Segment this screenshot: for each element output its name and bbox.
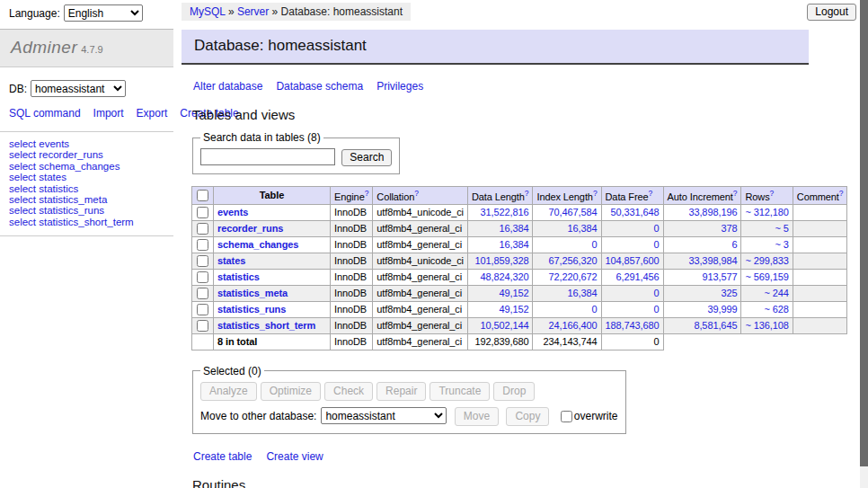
row-checkbox[interactable] <box>197 207 208 218</box>
cell-rows: ~ 3 <box>741 236 793 253</box>
help-icon[interactable]: ? <box>770 189 775 198</box>
cell-index_length: 72,220,672 <box>533 269 601 285</box>
app-name: Adminer <box>11 38 77 57</box>
search-input[interactable] <box>200 148 335 165</box>
search-button[interactable]: Search <box>341 149 392 166</box>
help-icon[interactable]: ? <box>593 189 598 198</box>
sidebar-link-select-statistics-meta[interactable]: select statistics_meta <box>9 194 166 205</box>
row-checkbox[interactable] <box>197 288 208 299</box>
db-select[interactable]: homeassistant <box>31 80 126 97</box>
table-link-statistics[interactable]: statistics <box>217 271 260 282</box>
language-label: Language: <box>9 7 60 20</box>
scrollbar-thumb[interactable] <box>860 0 868 466</box>
sidebar-link-select-states[interactable]: select states <box>9 172 166 182</box>
sidebar-table-links: select eventsselect recorder_runsselect … <box>0 132 173 236</box>
table-link-states[interactable]: states <box>217 255 245 266</box>
row-checkbox-cell <box>192 204 214 220</box>
cell-rows: ~ 569,159 <box>741 269 793 285</box>
cell-comment <box>793 236 847 253</box>
table-link-statistics-runs[interactable]: statistics_runs <box>217 304 286 315</box>
sidebar-link-select-statistics-runs[interactable]: select statistics_runs <box>9 205 166 216</box>
cell-engine: InnoDB <box>331 204 373 220</box>
row-checkbox[interactable] <box>197 304 208 315</box>
move-label: Move to other database: <box>200 410 316 422</box>
sidebar-link-select-events[interactable]: select events <box>9 138 166 149</box>
table-link-recorder-runs[interactable]: recorder_runs <box>217 223 283 234</box>
create-link-create-view[interactable]: Create view <box>266 450 323 463</box>
sidebar-link-select-recorder-runs[interactable]: select recorder_runs <box>9 149 166 160</box>
table-link-events[interactable]: events <box>217 207 248 217</box>
sidebar-action-sql-command[interactable]: SQL command <box>9 107 81 120</box>
repair-button[interactable]: Repair <box>376 382 426 401</box>
cell-collation: utf8mb4_general_ci <box>373 301 468 317</box>
help-icon[interactable]: ? <box>365 189 369 198</box>
move-button[interactable]: Move <box>455 407 499 426</box>
breadcrumb-server[interactable]: Server <box>237 5 269 18</box>
total-data_length: 192,839,680 <box>467 333 532 350</box>
db-link-privileges[interactable]: Privileges <box>376 80 423 93</box>
table-link-schema-changes[interactable]: schema_changes <box>217 239 298 250</box>
cell-comment <box>793 285 847 301</box>
sidebar-link-select-schema-changes[interactable]: select schema_changes <box>9 161 166 172</box>
column-header-data-free: Data Free? <box>601 186 663 204</box>
help-icon[interactable]: ? <box>525 189 529 198</box>
search-fieldset: Search data in tables (8) Search <box>192 131 400 174</box>
db-label: DB: <box>9 83 27 95</box>
overwrite-checkbox[interactable] <box>561 411 572 422</box>
sidebar-link-select-statistics[interactable]: select statistics <box>9 183 166 194</box>
cell-auto_increment: 33,898,196 <box>663 204 741 220</box>
row-checkbox[interactable] <box>197 223 208 235</box>
table-link-statistics-short-term[interactable]: statistics_short_term <box>217 320 315 331</box>
sidebar-action-export[interactable]: Export <box>137 107 168 120</box>
logout-button[interactable]: Logout <box>807 4 856 21</box>
copy-button[interactable]: Copy <box>506 407 549 426</box>
drop-button[interactable]: Drop <box>493 382 535 401</box>
breadcrumb-database-homeassistant: Database: homeassistant <box>281 5 403 18</box>
select-all-cell <box>192 186 214 204</box>
row-checkbox[interactable] <box>197 271 208 283</box>
check-button[interactable]: Check <box>324 382 373 401</box>
db-link-database-schema[interactable]: Database schema <box>276 80 363 93</box>
language-select[interactable]: English <box>64 4 143 22</box>
row-checkbox[interactable] <box>197 239 208 251</box>
row-checkbox[interactable] <box>197 320 208 332</box>
sidebar-action-import[interactable]: Import <box>93 107 124 120</box>
app-version: 4.7.9 <box>81 44 102 55</box>
breadcrumb-mysql[interactable]: MySQL <box>190 5 226 18</box>
overwrite-option[interactable]: overwrite <box>560 410 618 422</box>
cell-rows: ~ 312,180 <box>741 204 793 220</box>
help-icon[interactable]: ? <box>649 189 653 198</box>
row-checkbox-cell <box>192 301 214 317</box>
table-name-cell: recorder_runs <box>214 220 331 236</box>
column-header-comment: Comment? <box>793 186 847 204</box>
table-link-statistics-meta[interactable]: statistics_meta <box>217 288 288 298</box>
cell-auto_increment: 325 <box>663 285 741 301</box>
table-row: schema_changesInnoDButf8mb4_general_ci16… <box>192 236 847 253</box>
truncate-button[interactable]: Truncate <box>430 382 490 401</box>
total-empty-cell <box>192 333 214 350</box>
cell-comment <box>793 253 847 269</box>
move-db-select[interactable]: homeassistant <box>321 407 447 424</box>
cell-index_length: 70,467,584 <box>533 204 601 220</box>
analyze-button[interactable]: Analyze <box>200 382 257 401</box>
cell-data_free: 0 <box>601 285 663 301</box>
sidebar-link-select-statistics-short-term[interactable]: select statistics_short_term <box>9 217 166 227</box>
cell-rows: ~ 299,833 <box>741 253 793 269</box>
database-links: Alter databaseDatabase schemaPrivileges <box>193 80 860 93</box>
main-content: MySQL » Server » Database: homeassistant… <box>182 0 860 488</box>
help-icon[interactable]: ? <box>733 189 738 198</box>
row-checkbox[interactable] <box>197 255 208 267</box>
create-link-create-table[interactable]: Create table <box>193 450 252 463</box>
help-icon[interactable]: ? <box>414 189 419 198</box>
db-link-alter-database[interactable]: Alter database <box>193 80 262 93</box>
vertical-scrollbar[interactable] <box>860 0 868 488</box>
cell-rows: ~ 5 <box>741 220 793 236</box>
optimize-button[interactable]: Optimize <box>261 382 321 401</box>
cell-auto_increment: 6 <box>663 236 741 253</box>
select-all-checkbox[interactable] <box>197 190 208 201</box>
table-row: statisticsInnoDButf8mb4_general_ci48,824… <box>192 269 847 285</box>
cell-data_length: 16,384 <box>467 236 532 253</box>
column-header-index-length: Index Length? <box>533 186 601 204</box>
selected-legend: Selected (0) <box>200 365 264 377</box>
help-icon[interactable]: ? <box>839 189 844 198</box>
